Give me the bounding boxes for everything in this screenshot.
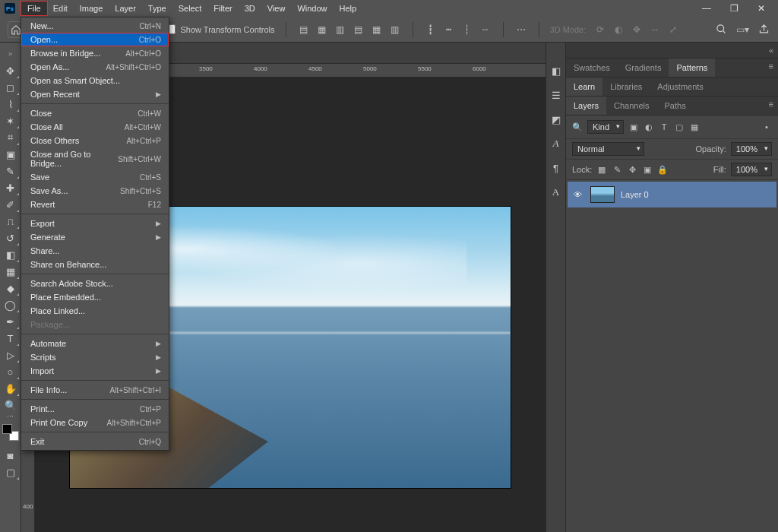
tab-learn[interactable]: Learn bbox=[566, 78, 602, 96]
menu-item-close[interactable]: CloseCtrl+W bbox=[21, 106, 169, 120]
lock-all-icon[interactable]: 🔒 bbox=[657, 164, 668, 175]
history-panel-icon[interactable]: ◩ bbox=[549, 112, 563, 126]
quick-mask-tool[interactable]: ◙ bbox=[2, 447, 20, 464]
stamp-tool[interactable]: ⎍ bbox=[2, 213, 20, 230]
menu-item-file-info[interactable]: File Info...Alt+Shift+Ctrl+I bbox=[21, 383, 169, 397]
menu-item-automate[interactable]: Automate▶ bbox=[21, 337, 169, 350]
collapse-icon[interactable]: « bbox=[764, 43, 778, 58]
menu-layer[interactable]: Layer bbox=[109, 2, 142, 15]
healing-tool[interactable]: ✚ bbox=[2, 179, 20, 196]
menu-item-search-adobe-stock[interactable]: Search Adobe Stock... bbox=[21, 277, 169, 290]
menu-item-open-recent[interactable]: Open Recent▶ bbox=[21, 87, 169, 101]
frame-tool[interactable]: ▣ bbox=[2, 146, 20, 163]
menu-item-print[interactable]: Print...Ctrl+P bbox=[21, 402, 169, 416]
menu-window[interactable]: Window bbox=[291, 2, 333, 15]
toolbar-collapse-icon[interactable]: » bbox=[2, 46, 20, 62]
menu-edit[interactable]: Edit bbox=[47, 2, 74, 15]
glyphs-panel-icon[interactable]: A bbox=[549, 185, 563, 199]
eyedropper-tool[interactable]: ✎ bbox=[2, 163, 20, 179]
align-top-icon[interactable]: ▤ bbox=[352, 23, 365, 36]
distribute-v-icon[interactable]: ┅ bbox=[442, 23, 456, 36]
quick-select-tool[interactable]: ✶ bbox=[2, 112, 20, 129]
lock-pixels-icon[interactable]: ✎ bbox=[612, 164, 622, 175]
brush-tool[interactable]: ✐ bbox=[2, 196, 20, 213]
tab-patterns[interactable]: Patterns bbox=[669, 59, 715, 77]
visibility-toggle-icon[interactable]: 👁 bbox=[574, 190, 584, 199]
menu-item-save[interactable]: SaveCtrl+S bbox=[21, 170, 169, 184]
blend-mode-select[interactable]: Normal bbox=[572, 142, 644, 156]
lock-transparent-icon[interactable]: ▩ bbox=[596, 164, 607, 175]
menu-item-save-as[interactable]: Save As...Shift+Ctrl+S bbox=[21, 184, 169, 198]
more-options-icon[interactable]: ⋯ bbox=[514, 23, 528, 36]
filter-toggle-icon[interactable]: • bbox=[761, 122, 772, 132]
panel-menu-icon[interactable]: ≡ bbox=[764, 59, 778, 77]
search-icon[interactable] bbox=[714, 23, 728, 36]
menu-item-share[interactable]: Share... bbox=[21, 244, 169, 258]
dodge-tool[interactable]: ◯ bbox=[2, 296, 20, 313]
hand-tool[interactable]: ✋ bbox=[2, 380, 20, 397]
close-button[interactable]: ✕ bbox=[752, 2, 770, 15]
menu-item-place-linked[interactable]: Place Linked... bbox=[21, 304, 169, 318]
menu-item-new[interactable]: New...Ctrl+N bbox=[21, 19, 169, 33]
3d-pan-icon[interactable]: ✥ bbox=[630, 23, 644, 36]
menu-item-open-as[interactable]: Open As...Alt+Shift+Ctrl+O bbox=[21, 60, 169, 74]
filter-pixel-icon[interactable]: ▣ bbox=[628, 122, 639, 132]
tab-adjustments[interactable]: Adjustments bbox=[650, 78, 711, 96]
align-hcenter-icon[interactable]: ▦ bbox=[315, 23, 329, 36]
3d-roll-icon[interactable]: ◐ bbox=[612, 23, 625, 36]
blur-tool[interactable]: ◆ bbox=[2, 280, 20, 296]
menu-type[interactable]: Type bbox=[142, 2, 172, 15]
menu-item-close-others[interactable]: Close OthersAlt+Ctrl+P bbox=[21, 134, 169, 147]
filter-shape-icon[interactable]: ▢ bbox=[674, 122, 685, 132]
zoom-tool[interactable]: 🔍 bbox=[2, 397, 20, 413]
history-brush-tool[interactable]: ↺ bbox=[2, 230, 20, 246]
paragraph-panel-icon[interactable]: ¶ bbox=[549, 161, 563, 175]
menu-filter[interactable]: Filter bbox=[207, 2, 238, 15]
menu-item-place-embedded[interactable]: Place Embedded... bbox=[21, 290, 169, 304]
menu-file[interactable]: File bbox=[21, 2, 47, 15]
tab-channels[interactable]: Channels bbox=[606, 97, 656, 115]
layer-row[interactable]: 👁 Layer 0 bbox=[568, 182, 776, 207]
menu-view[interactable]: View bbox=[261, 2, 292, 15]
align-bottom-icon[interactable]: ▥ bbox=[388, 23, 402, 36]
swatches-panel-icon[interactable]: ☰ bbox=[549, 88, 563, 102]
menu-item-browse-in-bridge[interactable]: Browse in Bridge...Alt+Ctrl+O bbox=[21, 46, 169, 60]
layer-thumbnail[interactable] bbox=[590, 186, 615, 203]
share-icon[interactable] bbox=[757, 23, 770, 36]
3d-orbit-icon[interactable]: ⟳ bbox=[593, 23, 607, 36]
menu-item-print-one-copy[interactable]: Print One CopyAlt+Shift+Ctrl+P bbox=[21, 416, 169, 429]
menu-item-export[interactable]: Export▶ bbox=[21, 217, 169, 230]
menu-item-share-on-behance[interactable]: Share on Behance... bbox=[21, 258, 169, 271]
tab-swatches[interactable]: Swatches bbox=[566, 59, 618, 77]
move-tool[interactable]: ✥ bbox=[2, 62, 20, 79]
shape-tool[interactable]: ○ bbox=[2, 363, 20, 380]
menu-item-open-as-smart-object[interactable]: Open as Smart Object... bbox=[21, 74, 169, 87]
opacity-value[interactable]: 100% bbox=[731, 142, 772, 156]
workspace-switcher-icon[interactable]: ▭▾ bbox=[735, 23, 749, 36]
marquee-tool[interactable]: ◻ bbox=[2, 79, 20, 96]
gradient-tool[interactable]: ▦ bbox=[2, 263, 20, 280]
filter-smart-icon[interactable]: ▦ bbox=[689, 122, 700, 132]
tab-layers[interactable]: Layers bbox=[566, 97, 606, 115]
menu-item-exit[interactable]: ExitCtrl+Q bbox=[21, 435, 169, 448]
type-tool[interactable]: T bbox=[2, 330, 20, 347]
menu-item-import[interactable]: Import▶ bbox=[21, 364, 169, 378]
filter-adjust-icon[interactable]: ◐ bbox=[644, 122, 654, 132]
lock-position-icon[interactable]: ✥ bbox=[627, 164, 637, 175]
panel-menu-icon[interactable]: ≡ bbox=[764, 97, 778, 115]
filter-search-icon[interactable]: 🔍 bbox=[572, 122, 583, 132]
character-panel-icon[interactable]: A bbox=[549, 137, 563, 150]
menu-item-scripts[interactable]: Scripts▶ bbox=[21, 350, 169, 364]
minimize-button[interactable]: — bbox=[697, 2, 716, 15]
filter-type-icon[interactable]: T bbox=[659, 122, 669, 132]
menu-select[interactable]: Select bbox=[172, 2, 208, 15]
menu-item-close-all[interactable]: Close AllAlt+Ctrl+W bbox=[21, 120, 169, 134]
align-right-icon[interactable]: ▥ bbox=[334, 23, 347, 36]
tab-libraries[interactable]: Libraries bbox=[602, 78, 650, 96]
distribute-sp-v-icon[interactable]: ┄ bbox=[479, 23, 492, 36]
tab-paths[interactable]: Paths bbox=[657, 97, 694, 115]
menu-item-close-and-go-to-bridge[interactable]: Close and Go to Bridge...Shift+Ctrl+W bbox=[21, 147, 169, 170]
screen-mode-tool[interactable]: ▢ bbox=[2, 464, 20, 480]
layer-filter-kind[interactable]: Kind bbox=[587, 120, 624, 134]
distribute-h-icon[interactable]: ┇ bbox=[424, 23, 438, 36]
